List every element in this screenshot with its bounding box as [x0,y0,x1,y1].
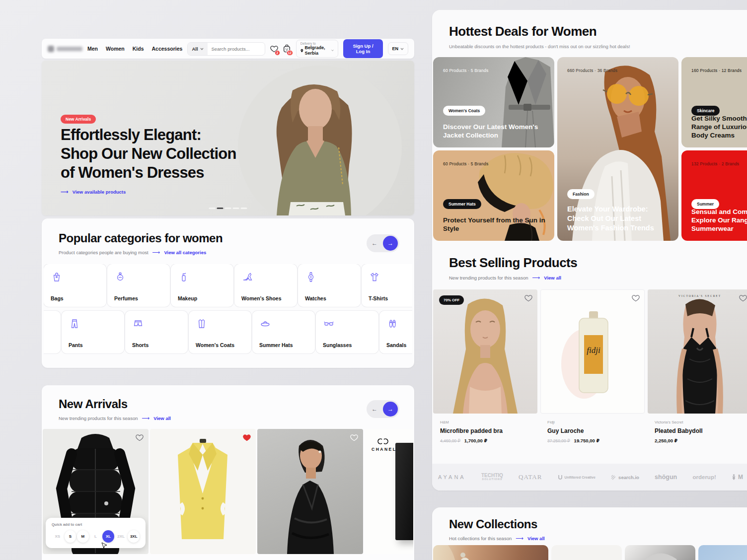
chevron-down-icon [331,49,334,52]
category-card-watches[interactable]: Watches [298,264,361,307]
view-all-categories-link[interactable]: View all categories [164,250,206,255]
product-card-padded-bra[interactable]: 70% OFF H&M Microfibre padded bra 4,460,… [433,289,537,443]
collection-card-1[interactable] [433,545,548,560]
deal-card-fashion[interactable]: 660 Products · 36 Brands Fashion Elevate… [557,57,678,241]
category-card-womens-coats[interactable]: Women's Coats [189,311,251,353]
wishlist-heart-icon-active[interactable] [243,434,251,441]
chanel-wordmark: CHANEL [372,447,396,452]
size-chip-l[interactable]: L [90,530,102,543]
hero-banner: New Arrivals Effortlessly Elegant: Shop … [42,61,414,215]
cart-button[interactable]: 12 [283,43,291,54]
chevron-down-icon [200,48,204,50]
nav-women[interactable]: Women [106,46,125,52]
carousel-dot[interactable] [233,208,239,209]
view-all-collections-link[interactable]: View all [527,536,545,541]
deal-title: Elevate Your Wardrobe: Check Out Our Lat… [567,205,672,233]
category-card-pants[interactable]: Pants [62,311,124,353]
wishlist-heart-icon[interactable] [350,434,358,441]
category-card-makeup[interactable]: Makeup [171,264,233,307]
partner-logo-techtiq: TECHTIQSOLUTIONS [481,473,503,481]
deal-card-summer-hats[interactable]: 60 Products · 5 Brands Summer Hats Prote… [433,150,554,241]
product-card-black-satin-top[interactable] [257,429,363,554]
wishlist-heart-icon[interactable] [632,294,640,302]
collection-card-4[interactable] [698,545,747,560]
wishlist-button[interactable]: 2 [270,43,278,54]
new-arrivals-subtitle: New trending products for this season [59,416,138,421]
size-chip-s[interactable]: S [65,530,76,543]
chanel-cc-logo [377,438,388,445]
product-card-guy-laroche[interactable]: fidji Fidji Guy Laroche 37.250,00 ₽ 19.7… [540,289,645,443]
shorts-icon [132,318,144,330]
sun-hat-icon [259,318,271,330]
category-card-clipped[interactable] [44,311,61,353]
category-card-womens-shoes[interactable]: Women's Shoes [234,264,297,307]
carousel-prev-button[interactable]: ← [368,237,381,250]
product-card-yellow-blazer[interactable] [150,429,256,554]
view-all-arrivals-link[interactable]: View all [153,416,171,421]
deal-tag: Women's Coats [443,106,485,116]
language-select[interactable]: EN [388,42,409,55]
carousel-next-button[interactable]: → [383,236,398,251]
collection-card-2[interactable] [551,545,622,560]
category-card-shorts[interactable]: Shorts [125,311,188,353]
arrow-right-icon: ⟶ [516,535,523,542]
category-card-bags[interactable]: Bags [44,264,106,307]
product-card-chanel[interactable]: CHANEL [365,429,413,554]
category-card-summer-hats[interactable]: Summer Hats [252,311,315,353]
carousel-next-button[interactable]: → [383,402,398,417]
wishlist-heart-icon[interactable] [739,294,747,302]
signup-login-button[interactable]: Sign Up / Log In [343,39,382,58]
deal-card-womens-coats[interactable]: 60 Products · 5 Brands Women's Coats Dis… [433,57,554,147]
hero-cta-link[interactable]: ⟶ View available products [61,189,126,195]
wishlist-heart-icon[interactable] [524,294,532,302]
deal-meta: 60 Products · 5 Brands [443,161,488,166]
price: 1,700,00 ₽ [464,438,487,443]
collections-row [433,545,747,560]
size-chip-xs[interactable]: XS [52,530,64,543]
store-logo[interactable] [48,45,82,52]
category-card-sandals[interactable]: Sandals [379,311,412,353]
jewelry-photo [433,545,548,560]
price: 2,250,00 ₽ [655,438,677,443]
carousel-dot[interactable] [209,208,216,209]
wishlist-heart-icon[interactable] [136,434,144,441]
tshirt-icon [369,271,380,283]
carousel-dot[interactable] [225,208,231,209]
size-chip-xl-selected[interactable]: XL [102,530,114,543]
nav-kids[interactable]: Kids [133,46,144,52]
arrow-right-icon: ⟶ [152,249,160,256]
deal-card-skincare[interactable]: 160 Products · 12 Brands Skincare Get Si… [681,57,747,147]
size-chip-m[interactable]: M [77,530,89,543]
deals-title: Hottest Deals for Women [449,24,630,39]
nav-men[interactable]: Men [87,46,98,52]
product-card-puffer-jacket[interactable]: Quick add to cart XS S M L XL 2XL 3XL [43,429,149,554]
new-arrivals-section: New Arrivals New trending products for t… [42,385,414,560]
search-category-select[interactable]: All [188,43,207,55]
collection-card-3[interactable] [625,545,695,560]
size-chip-3xl[interactable]: 3XL [128,530,140,543]
product-brand: H&M [440,420,530,424]
deal-meta: 660 Products · 36 Brands [567,68,617,73]
carousel-dot[interactable] [241,208,247,209]
partner-logo-searchio: search.io [618,475,639,480]
category-card-sunglasses[interactable]: Sunglasses [316,311,378,353]
view-all-best-link[interactable]: View all [544,275,561,280]
deal-meta: 160 Products · 12 Brands [691,68,742,73]
hottest-deals-panel: Hottest Deals for Women Unbeatable disco… [432,10,747,490]
carousel-dot-active[interactable] [217,208,224,209]
partner-logo-unfiltered: Unfiltered Creative [565,476,596,479]
categories-row-2: Pants Shorts Women's Coats Summer Hats S… [44,311,412,353]
collections-title: New Collections [449,517,545,531]
partner-logo-qatar: QATAR [519,473,542,481]
chevron-down-icon [400,48,404,50]
product-card-pleated-babydoll[interactable]: VICTORIA'S SECRET Victoria's Secret Plea… [648,289,747,443]
best-selling-row: 70% OFF H&M Microfibre padded bra 4,460,… [433,289,747,443]
category-card-perfumes[interactable]: Perfumes [107,264,170,307]
carousel-prev-button[interactable]: ← [368,403,381,416]
nav-accessories[interactable]: Accessories [152,46,183,52]
search-input[interactable] [208,46,265,52]
size-chip-2xl[interactable]: 2XL [115,530,127,543]
deal-card-summer[interactable]: 132 Products · 2 Brands Summer Sensual a… [681,150,747,241]
delivery-location-select[interactable]: Delivery to Belgrade, Serbia [296,40,339,58]
category-card-tshirts[interactable]: T-Shirts [362,264,412,307]
